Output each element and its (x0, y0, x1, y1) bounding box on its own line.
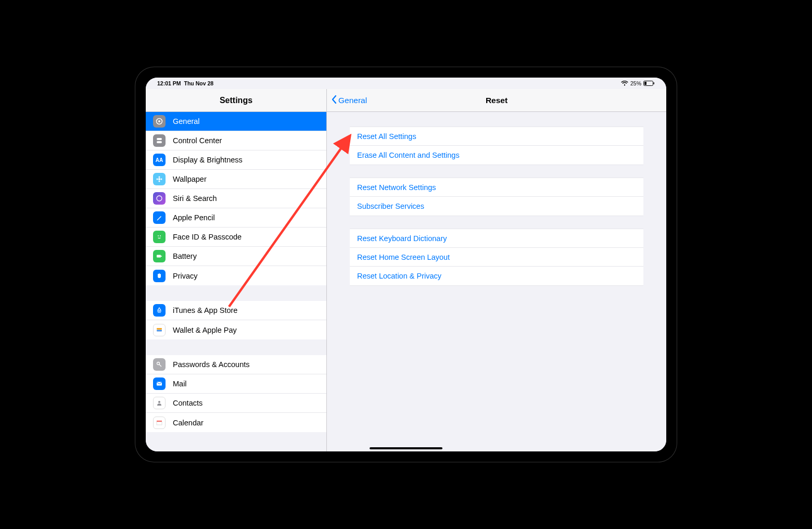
sidebar-item-label: Battery (173, 252, 197, 260)
sidebar-item-label: Privacy (173, 272, 198, 280)
svg-point-4 (158, 120, 160, 122)
flower-icon (153, 173, 166, 185)
home-indicator[interactable] (370, 447, 442, 449)
sidebar-item-control-center[interactable]: Control Center (146, 131, 326, 150)
sidebar-item-itunes-appstore[interactable]: iTunes & App Store (146, 301, 326, 320)
reset-option-label: Reset Keyboard Dictionary (357, 234, 447, 243)
detail-pane: General Reset Reset All Settings Erase A… (327, 89, 666, 451)
sidebar-item-general[interactable]: General (146, 112, 326, 131)
svg-point-11 (161, 179, 162, 180)
sidebar-item-label: General (173, 117, 200, 125)
back-label: General (338, 96, 367, 105)
reset-option-label: Erase All Content and Settings (357, 151, 460, 159)
face-id-icon (153, 231, 166, 243)
status-date: Thu Nov 28 (184, 80, 214, 86)
sidebar-item-display-brightness[interactable]: AA Display & Brightness (146, 150, 326, 170)
sidebar-title: Settings (146, 89, 326, 112)
svg-point-8 (159, 177, 160, 178)
sliders-icon (153, 134, 166, 147)
svg-point-7 (158, 178, 160, 180)
hand-icon (153, 270, 166, 282)
screen: 12:01 PM Thu Nov 28 25% Settings (146, 78, 666, 451)
sidebar-item-face-id[interactable]: Face ID & Passcode (146, 228, 326, 247)
svg-rect-5 (157, 138, 162, 140)
sidebar-item-label: Display & Brightness (173, 156, 243, 164)
wallet-icon (153, 324, 166, 336)
sidebar-item-label: Face ID & Passcode (173, 233, 242, 241)
sidebar-item-label: Contacts (173, 399, 202, 407)
battery-percent: 25% (630, 80, 641, 86)
reset-location-privacy[interactable]: Reset Location & Privacy (350, 267, 643, 285)
svg-rect-1 (644, 82, 646, 85)
sidebar-item-wallet[interactable]: Wallet & Apple Pay (146, 320, 326, 339)
sidebar-item-label: Mail (173, 380, 187, 388)
svg-rect-15 (157, 255, 161, 258)
svg-point-13 (158, 235, 159, 236)
wifi-icon (621, 81, 628, 86)
svg-point-9 (159, 181, 160, 182)
sidebar-item-label: Calendar (173, 419, 204, 427)
sidebar-item-label: Wallpaper (173, 175, 207, 183)
back-button[interactable]: General (327, 95, 367, 106)
text-size-icon: AA (153, 154, 166, 166)
ipad-device-frame: 12:01 PM Thu Nov 28 25% Settings (135, 67, 677, 462)
sidebar-item-label: Control Center (173, 136, 222, 145)
reset-keyboard-dictionary[interactable]: Reset Keyboard Dictionary (350, 229, 643, 248)
sidebar-item-label: Apple Pencil (173, 213, 215, 222)
sidebar-item-label: Passwords & Accounts (173, 360, 250, 369)
detail-header: General Reset (327, 89, 666, 112)
sidebar-item-contacts[interactable]: Contacts (146, 394, 326, 413)
sidebar-item-privacy[interactable]: Privacy (146, 266, 326, 285)
sidebar-item-passwords-accounts[interactable]: Passwords & Accounts (146, 355, 326, 374)
sidebar-item-label: Siri & Search (173, 194, 217, 203)
sidebar-item-siri-search[interactable]: Siri & Search (146, 189, 326, 208)
reset-home-screen-layout[interactable]: Reset Home Screen Layout (350, 248, 643, 267)
svg-point-10 (157, 179, 158, 180)
appstore-icon (153, 304, 166, 317)
sidebar-item-battery[interactable]: Battery (146, 247, 326, 266)
key-icon (153, 358, 166, 371)
calendar-icon (153, 417, 166, 429)
reset-all-settings[interactable]: Reset All Settings (350, 127, 643, 146)
svg-point-21 (158, 401, 160, 403)
reset-network-settings[interactable]: Reset Network Settings (350, 178, 643, 197)
sidebar-item-wallpaper[interactable]: Wallpaper (146, 170, 326, 189)
svg-rect-2 (654, 82, 655, 84)
detail-title: Reset (486, 96, 508, 105)
sidebar-item-label: Wallet & Apple Pay (173, 326, 237, 334)
svg-rect-18 (157, 330, 162, 331)
reset-option-label: Reset Location & Privacy (357, 272, 441, 280)
sidebar-item-mail[interactable]: Mail (146, 374, 326, 394)
contacts-icon (153, 397, 166, 409)
settings-sidebar: Settings General Control Center AA (146, 89, 327, 451)
reset-option-label: Reset All Settings (357, 132, 416, 141)
svg-rect-6 (157, 141, 162, 143)
subscriber-services[interactable]: Subscriber Services (350, 197, 643, 216)
sidebar-item-apple-pencil[interactable]: Apple Pencil (146, 208, 326, 228)
sidebar-item-label: iTunes & App Store (173, 306, 237, 314)
battery-icon (643, 81, 655, 86)
status-bar: 12:01 PM Thu Nov 28 25% (146, 78, 666, 89)
battery-settings-icon (153, 250, 166, 262)
reset-option-label: Reset Home Screen Layout (357, 253, 450, 261)
sidebar-item-calendar[interactable]: Calendar (146, 413, 326, 432)
reset-option-label: Subscriber Services (357, 202, 424, 210)
erase-all-content[interactable]: Erase All Content and Settings (350, 146, 643, 165)
siri-icon (153, 192, 166, 205)
svg-point-14 (160, 235, 161, 236)
svg-rect-17 (157, 328, 162, 330)
mail-icon (153, 377, 166, 390)
svg-point-19 (157, 362, 160, 365)
gear-icon (153, 115, 166, 128)
svg-rect-23 (157, 422, 162, 425)
svg-point-12 (157, 196, 162, 201)
status-time: 12:01 PM (157, 80, 181, 86)
svg-rect-16 (161, 256, 162, 257)
pencil-icon (153, 211, 166, 224)
chevron-left-icon (331, 95, 337, 106)
reset-option-label: Reset Network Settings (357, 183, 436, 192)
